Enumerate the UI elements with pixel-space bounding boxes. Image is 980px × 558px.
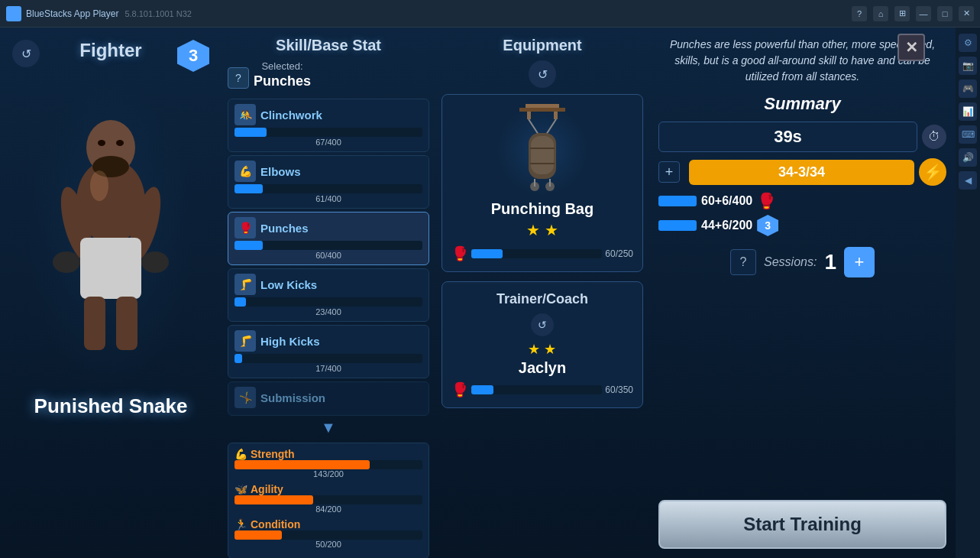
window-controls: ? ⌂ ⊞ — □ ✕	[852, 6, 974, 21]
sidebar-icon-3[interactable]: 🎮	[959, 79, 977, 98]
sessions-section: ? Sessions: 1 +	[658, 247, 946, 277]
skill-item-low-kicks[interactable]: 🦵 Low Kicks 23/400	[228, 268, 429, 322]
agility-bar-container	[234, 495, 422, 504]
skill-item-clinchwork[interactable]: 🤼 Clinchwork 67/400	[228, 99, 429, 152]
low-kicks-bar-container	[234, 297, 422, 307]
trainer-section-title: Trainer/Coach	[496, 291, 588, 307]
trainer-section: Trainer/Coach ↺ ★ ★ Jaclyn 🥊 60/350	[441, 281, 643, 408]
submission-name: Submission	[260, 391, 325, 404]
skill-item-elbows[interactable]: 💪 Elbows 61/400	[228, 155, 429, 209]
high-kicks-bar	[234, 354, 242, 363]
sidebar-icon-2[interactable]: 📷	[959, 57, 977, 75]
minimize-btn[interactable]: —	[916, 6, 931, 21]
high-kicks-value: 17/400	[234, 364, 422, 373]
skill-help-button[interactable]: ?	[228, 67, 249, 89]
equipment-bar-container	[471, 249, 602, 258]
sidebar-icon-5[interactable]: ⌨	[959, 125, 977, 144]
skill-panel-title: Skill/Base Stat	[228, 37, 429, 54]
fighter-svg	[34, 94, 187, 377]
stat2-value: 44+6/200	[701, 219, 752, 232]
punches-name: Punches	[260, 222, 309, 235]
fighter-panel-title: Fighter	[79, 40, 141, 61]
skill-item-punches[interactable]: 🥊 Punches 60/400	[228, 212, 429, 265]
low-kicks-bar	[234, 297, 246, 307]
clinchwork-icon: 🤼	[234, 104, 256, 125]
svg-rect-20	[531, 136, 554, 174]
skill-item-high-kicks[interactable]: 🦵 High Kicks 17/400	[228, 325, 429, 378]
lightning-icon: ⚡	[919, 158, 946, 186]
sessions-help-button[interactable]: ?	[730, 249, 756, 275]
punches-value: 60/400	[234, 251, 422, 260]
stat-strength: 💪 Strength 143/200	[234, 448, 422, 479]
condition-bar	[234, 530, 282, 540]
equipment-image	[496, 104, 588, 196]
fighter-level-badge: 3	[177, 40, 209, 72]
svg-point-10	[90, 170, 108, 201]
sessions-add-button[interactable]: +	[844, 247, 875, 277]
equipment-glove-icon: 🥊	[451, 245, 468, 262]
apps-btn[interactable]: ⊞	[894, 6, 910, 21]
equipment-panel: Equipment ↺	[435, 28, 649, 558]
high-kicks-icon: 🦵	[234, 330, 256, 352]
sidebar-icon-1[interactable]: ⚙	[959, 34, 977, 52]
agility-value: 84/200	[234, 504, 422, 514]
energy-display: 34-3/34	[689, 160, 914, 185]
elbows-bar-container	[234, 184, 422, 193]
punching-bag-svg	[504, 104, 581, 196]
condition-label: 🏃 Condition	[234, 518, 422, 530]
clinchwork-bar	[234, 128, 267, 137]
fighter-refresh-button[interactable]: ↺	[12, 40, 40, 67]
base-stats-section: 💪 Strength 143/200 🦋 Agility 84/200 🏃 C	[228, 443, 429, 558]
maximize-btn[interactable]: □	[937, 6, 953, 21]
strength-bar-container	[234, 460, 422, 469]
condition-bar-container	[234, 530, 422, 540]
trainer-bar-value: 60/350	[605, 384, 633, 395]
clinchwork-value: 67/400	[234, 138, 422, 147]
elbows-value: 61/400	[234, 194, 422, 203]
fighter-image	[27, 83, 195, 388]
sidebar-icon-7[interactable]: ◀	[959, 171, 977, 190]
svg-line-17	[529, 119, 539, 135]
punches-bar-container	[234, 241, 422, 250]
fighter-panel: ↺ Fighter 3	[0, 28, 222, 558]
high-kicks-name: High Kicks	[260, 335, 320, 348]
energy-plus-button[interactable]: +	[658, 161, 680, 183]
home-btn[interactable]: ⌂	[873, 6, 888, 21]
agility-label: 🦋 Agility	[234, 483, 422, 495]
equipment-card[interactable]: Punching Bag ★ ★ 🥊 60/250	[441, 94, 643, 272]
sidebar-icon-4[interactable]: 📊	[959, 102, 977, 121]
game-area: ↺ Fighter 3	[0, 28, 956, 558]
svg-rect-9	[116, 297, 137, 350]
svg-rect-8	[84, 297, 105, 350]
sidebar-icon-6[interactable]: 🔊	[959, 148, 977, 167]
equipment-name: Punching Bag	[491, 200, 593, 218]
skill-header: ? Selected: Punches	[228, 60, 429, 96]
equipment-refresh-button[interactable]: ↺	[529, 60, 556, 88]
svg-rect-7	[80, 238, 141, 299]
help-btn[interactable]: ?	[852, 6, 867, 21]
close-button[interactable]: ✕	[898, 34, 925, 61]
app-version: 5.8.101.1001 N32	[125, 9, 191, 18]
equipment-panel-title: Equipment	[441, 37, 643, 54]
low-kicks-name: Low Kicks	[260, 278, 317, 291]
agility-bar	[234, 495, 313, 504]
stat1-icon: 🥊	[757, 192, 776, 210]
trainer-bar	[471, 385, 493, 394]
trainer-refresh-button[interactable]: ↺	[531, 313, 554, 336]
skill-panel: Skill/Base Stat ? Selected: Punches 🤼 Cl…	[222, 28, 435, 558]
svg-point-12	[116, 140, 124, 146]
equipment-stars: ★ ★	[526, 221, 558, 239]
stat2-badge: 3	[757, 215, 778, 236]
summary-panel: ✕ Punches are less powerful than other, …	[649, 28, 956, 558]
low-kicks-value: 23/400	[234, 307, 422, 316]
strength-label: 💪 Strength	[234, 448, 422, 460]
selected-label: Selected:	[254, 60, 311, 72]
summary-time: 39s	[658, 122, 917, 152]
punches-bar	[234, 241, 263, 250]
equipment-bar-row: 🥊 60/250	[451, 245, 633, 262]
trainer-glove-icon: 🥊	[451, 381, 468, 398]
start-training-button[interactable]: Start Training	[658, 500, 946, 549]
scroll-down-arrow[interactable]: ▼	[228, 419, 429, 436]
window-close-btn[interactable]: ✕	[959, 6, 974, 21]
skill-item-submission[interactable]: 🤸 Submission	[228, 381, 429, 416]
